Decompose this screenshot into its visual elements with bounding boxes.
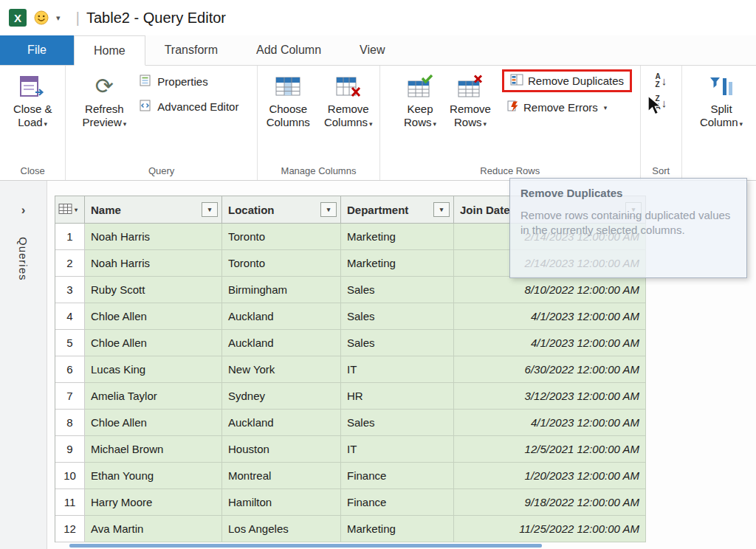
ribbon: Close & Load▾ Close ⟳ Refresh Preview▾: [0, 66, 756, 181]
column-header-name[interactable]: Name ▾: [85, 196, 222, 224]
keep-rows-icon: [407, 72, 433, 100]
filter-button[interactable]: ▾: [320, 202, 337, 217]
table-select-all-header[interactable]: ▾: [55, 196, 85, 224]
location-cell[interactable]: Toronto: [222, 224, 341, 250]
remove-duplicates-icon: [510, 74, 523, 88]
join-date-cell[interactable]: 4/1/2023 12:00:00 AM: [454, 330, 646, 356]
department-cell[interactable]: IT: [341, 436, 454, 463]
row-number-cell[interactable]: 6: [55, 356, 85, 383]
advanced-editor-button[interactable]: Advanced Editor: [137, 98, 241, 115]
location-cell[interactable]: Houston: [222, 436, 341, 463]
join-date-cell[interactable]: 4/1/2023 12:00:00 AM: [454, 410, 646, 436]
remove-rows-button[interactable]: Remove Rows▾: [444, 71, 497, 131]
titlebar: X ▾ | Table2 - Query Editor: [0, 0, 756, 35]
location-cell[interactable]: Hamilton: [222, 489, 341, 516]
row-number-cell[interactable]: 9: [55, 436, 85, 463]
button-label: Load▾: [18, 116, 47, 129]
group-label-sort: Sort: [641, 165, 681, 176]
name-cell[interactable]: Michael Brown: [85, 436, 222, 463]
join-date-cell[interactable]: 8/10/2022 12:00:00 AM: [454, 277, 646, 303]
button-label: Rows▾: [454, 116, 487, 129]
quick-access-dropdown-icon[interactable]: ▾: [56, 13, 61, 23]
department-cell[interactable]: HR: [341, 383, 454, 410]
department-cell[interactable]: Marketing: [341, 224, 454, 250]
name-cell[interactable]: Noah Harris: [85, 250, 222, 277]
department-cell[interactable]: Sales: [341, 303, 454, 330]
remove-columns-button[interactable]: Remove Columns▾: [320, 71, 377, 131]
row-number-cell[interactable]: 7: [55, 383, 85, 410]
tab-home[interactable]: Home: [74, 35, 145, 66]
join-date-cell[interactable]: 6/30/2022 12:00:00 AM: [454, 356, 646, 383]
tab-add-column[interactable]: Add Column: [237, 35, 340, 65]
remove-duplicates-button[interactable]: Remove Duplicates: [502, 69, 632, 92]
queries-pane-label[interactable]: Queries: [17, 237, 30, 281]
location-cell[interactable]: New York: [222, 356, 341, 383]
tab-file[interactable]: File: [0, 35, 74, 65]
location-cell[interactable]: Toronto: [222, 250, 341, 277]
location-cell[interactable]: Auckland: [222, 410, 341, 436]
row-number-cell[interactable]: 5: [55, 330, 85, 356]
row-number-cell[interactable]: 3: [55, 277, 85, 303]
row-number-cell[interactable]: 2: [55, 250, 85, 277]
refresh-preview-button[interactable]: ⟳ Refresh Preview▾: [75, 71, 134, 131]
split-column-button[interactable]: Split Column▾: [690, 71, 753, 131]
join-date-cell[interactable]: 11/25/2022 12:00:00 AM: [454, 516, 646, 542]
horizontal-scrollbar[interactable]: [69, 544, 542, 548]
department-cell[interactable]: Sales: [341, 330, 454, 356]
row-number-cell[interactable]: 12: [55, 516, 85, 542]
properties-button[interactable]: Properties: [137, 73, 241, 90]
join-date-cell[interactable]: 12/5/2021 12:00:00 AM: [454, 436, 646, 463]
row-number-cell[interactable]: 10: [55, 463, 85, 489]
name-cell[interactable]: Ethan Young: [85, 463, 222, 489]
tab-view[interactable]: View: [340, 35, 404, 65]
location-cell[interactable]: Sydney: [222, 383, 341, 410]
row-number-cell[interactable]: 8: [55, 410, 85, 436]
name-cell[interactable]: Chloe Allen: [85, 330, 222, 356]
name-cell[interactable]: Ava Martin: [85, 516, 222, 542]
name-cell[interactable]: Noah Harris: [85, 224, 222, 250]
location-cell[interactable]: Auckland: [222, 303, 341, 330]
choose-columns-button[interactable]: Choose Columns: [261, 71, 316, 131]
expand-queries-icon[interactable]: ›: [21, 203, 26, 218]
row-number-cell[interactable]: 4: [55, 303, 85, 330]
location-cell[interactable]: Birmingham: [222, 277, 341, 303]
sort-ascending-button[interactable]: A Z ↓: [652, 72, 670, 89]
location-cell[interactable]: Auckland: [222, 330, 341, 356]
dropdown-icon: ▾: [740, 120, 743, 128]
name-cell[interactable]: Amelia Taylor: [85, 383, 222, 410]
button-label: Remove: [450, 103, 491, 116]
join-date-cell[interactable]: 3/12/2023 12:00:00 AM: [454, 383, 646, 410]
department-cell[interactable]: IT: [341, 356, 454, 383]
column-header-location[interactable]: Location ▾: [222, 196, 341, 224]
ribbon-group-query: ⟳ Refresh Preview▾ Properties: [66, 66, 258, 180]
department-cell[interactable]: Sales: [341, 277, 454, 303]
department-cell[interactable]: Sales: [341, 410, 454, 436]
name-cell[interactable]: Lucas King: [85, 356, 222, 383]
join-date-cell[interactable]: 1/20/2023 12:00:00 AM: [454, 463, 646, 489]
tab-transform[interactable]: Transform: [145, 35, 237, 65]
department-cell[interactable]: Finance: [341, 463, 454, 489]
filter-button[interactable]: ▾: [433, 202, 450, 217]
name-cell[interactable]: Chloe Allen: [85, 410, 222, 436]
row-number-cell[interactable]: 1: [55, 224, 85, 250]
refresh-icon: ⟳: [95, 72, 114, 100]
department-cell[interactable]: Marketing: [341, 250, 454, 277]
join-date-cell[interactable]: 9/18/2022 12:00:00 AM: [454, 489, 646, 516]
join-date-cell[interactable]: 4/1/2023 12:00:00 AM: [454, 303, 646, 330]
location-cell[interactable]: Montreal: [222, 463, 341, 489]
close-and-load-button[interactable]: Close & Load▾: [12, 71, 54, 131]
keep-rows-button[interactable]: Keep Rows▾: [396, 71, 444, 131]
column-header-department[interactable]: Department ▾: [341, 196, 454, 224]
department-cell[interactable]: Finance: [341, 489, 454, 516]
location-cell[interactable]: Los Angeles: [222, 516, 341, 542]
dropdown-icon: ▾: [369, 120, 373, 128]
department-cell[interactable]: Marketing: [341, 516, 454, 542]
name-cell[interactable]: Chloe Allen: [85, 303, 222, 330]
name-cell[interactable]: Harry Moore: [85, 489, 222, 516]
filter-button[interactable]: ▾: [202, 202, 218, 217]
button-label-text: Column: [700, 116, 738, 128]
row-number-cell[interactable]: 11: [55, 489, 85, 516]
smiley-icon[interactable]: [33, 10, 49, 26]
remove-errors-button[interactable]: Remove Errors ▾: [504, 99, 632, 116]
name-cell[interactable]: Ruby Scott: [85, 277, 222, 303]
